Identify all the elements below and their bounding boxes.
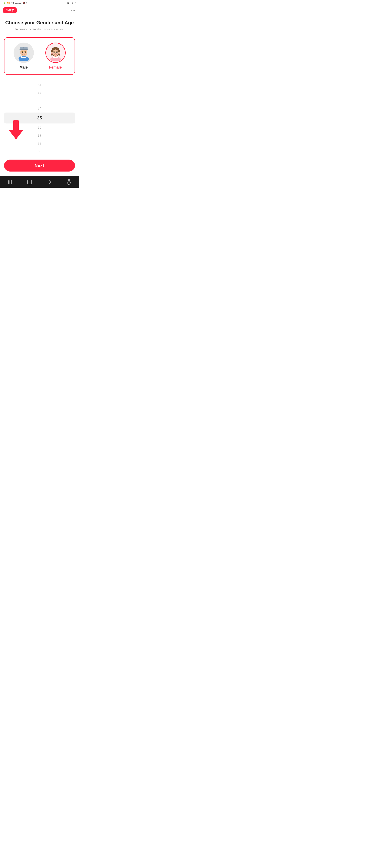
signal-indicator: 📶: [7, 2, 10, 4]
chevron-right-shape: [47, 181, 51, 184]
line-2: [9, 180, 10, 184]
svg-rect-6: [20, 49, 27, 50]
male-label: Male: [20, 65, 28, 69]
svg-point-21: [52, 53, 52, 54]
age-item-32[interactable]: 32: [4, 89, 75, 96]
main-content: Choose your Gender and Age To provide pe…: [0, 15, 79, 160]
svg-rect-7: [23, 48, 25, 48]
age-item-39[interactable]: 39: [4, 147, 75, 155]
gallery-icon: 🖼: [67, 2, 69, 4]
down-arrow-icon: [9, 120, 23, 140]
age-item-31[interactable]: 31: [4, 81, 75, 89]
more-menu-button[interactable]: [70, 9, 76, 11]
svg-point-22: [54, 52, 55, 53]
dot-3: [74, 10, 75, 11]
svg-marker-27: [9, 130, 23, 139]
age-picker-inner: 31 32 33 34 35 36 37 38 39: [4, 81, 75, 155]
person-body: [67, 182, 71, 184]
forward-icon: [46, 179, 52, 185]
svg-point-8: [22, 52, 23, 53]
svg-point-24: [57, 53, 59, 54]
next-button[interactable]: Next: [4, 160, 75, 172]
app-logo: 小红书: [3, 7, 17, 13]
mute-icon: 🔇: [23, 2, 25, 4]
scroll-down-indicator: [9, 120, 23, 141]
status-right: 🖼 ۱۵:۰۴: [67, 2, 76, 4]
age-item-33[interactable]: 33: [4, 96, 75, 104]
status-left: 🔋 📶 ۴۶درصد ۴G 🔇 🗝: [3, 2, 28, 4]
person-shape: [67, 179, 71, 185]
gender-option-female[interactable]: Female: [39, 42, 71, 69]
dot-1: [71, 10, 72, 11]
logo-text: 小红书: [6, 8, 14, 12]
person-legs: [68, 184, 70, 185]
time-display: ۱۵:۰۴: [70, 2, 76, 4]
female-avatar-svg: [47, 44, 64, 61]
battery-indicator: 🔋: [3, 2, 6, 4]
nav-item-profile[interactable]: [59, 179, 79, 185]
female-avatar: [45, 42, 66, 63]
gender-selection: Male: [4, 37, 75, 75]
female-label: Female: [49, 65, 62, 69]
profile-icon: [66, 179, 72, 185]
nav-item-home[interactable]: [20, 179, 40, 185]
person-leg-right: [69, 184, 70, 185]
menu-icon: [7, 179, 13, 185]
person-leg-left: [68, 184, 69, 185]
square-shape: [27, 180, 32, 184]
network-type: ۴۶درصد ۴G: [10, 2, 22, 4]
line-3: [11, 180, 12, 184]
bottom-nav: [0, 177, 79, 188]
home-icon: [27, 179, 32, 185]
dot-2: [73, 10, 73, 11]
nav-item-forward[interactable]: [39, 179, 59, 185]
male-avatar: [13, 42, 34, 63]
age-picker[interactable]: 31 32 33 34 35 36 37 38 39: [4, 81, 75, 155]
age-item-34[interactable]: 34: [4, 104, 75, 113]
key-icon: 🗝: [26, 2, 28, 4]
status-bar: 🔋 📶 ۴۶درصد ۴G 🔇 🗝 🖼 ۱۵:۰۴: [0, 0, 79, 6]
svg-point-25: [55, 55, 56, 56]
svg-point-9: [25, 52, 26, 53]
gender-option-male[interactable]: Male: [8, 42, 39, 69]
male-avatar-svg: [15, 44, 32, 61]
svg-rect-26: [13, 120, 19, 131]
line-1: [8, 180, 9, 184]
svg-point-23: [52, 53, 54, 54]
page-subtitle: To provide personilzed contents for you: [15, 28, 64, 31]
header: 小红书: [0, 6, 79, 15]
person-head: [68, 179, 70, 181]
page-title: Choose your Gender and Age: [5, 20, 74, 26]
nav-item-menu[interactable]: [0, 179, 20, 185]
